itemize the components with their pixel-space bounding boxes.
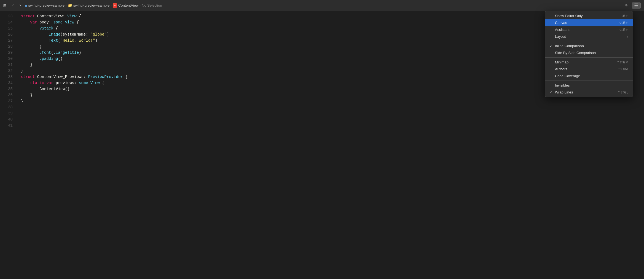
line-number: 36 xyxy=(0,92,13,98)
menu-item-inline-comparison[interactable]: ✓Inline Comparison xyxy=(545,42,633,49)
menu-label-show-editor-only: Show Editor Only xyxy=(555,14,583,18)
line-number: 28 xyxy=(0,44,13,50)
menu-item-code-coverage[interactable]: Code Coverage xyxy=(545,73,633,79)
grid-icon[interactable]: ⊞ xyxy=(3,2,6,9)
menu-item-wrap-lines[interactable]: ✓Wrap Lines⌃⇧⌘L xyxy=(545,89,633,96)
breadcrumb-file-name[interactable]: ContentView xyxy=(118,3,138,7)
menu-item-canvas[interactable]: Canvas⌥⌘↩ xyxy=(545,19,633,26)
breadcrumb: ■ swiftui-preview-sample › 📁 swiftui-pre… xyxy=(25,3,162,8)
menu-label-minimap: Minimap xyxy=(555,60,568,64)
line-number: 26 xyxy=(0,31,13,37)
check-mark-wrap-lines: ✓ xyxy=(549,90,553,94)
shortcut-wrap-lines: ⌃⇧⌘L xyxy=(618,90,628,94)
menu-label-side-by-side: Side By Side Comparison xyxy=(555,51,596,55)
line-number: 33 xyxy=(0,74,13,80)
editor-layout-button[interactable]: ☰ xyxy=(632,2,641,9)
line-number: 29 xyxy=(0,50,13,56)
menu-label-inline-comparison: Inline Comparison xyxy=(555,44,584,48)
shortcut-authors: ⌃⇧⌘A xyxy=(617,67,628,71)
menu-label-wrap-lines: Wrap Lines xyxy=(555,90,573,94)
menu-item-minimap[interactable]: Minimap⌃⇧⌘M xyxy=(545,59,633,66)
line-number: 40 xyxy=(0,116,13,122)
shortcut-assistant: ⌃⌥⌘↩ xyxy=(616,28,628,32)
menu-item-authors[interactable]: Authors⌃⇧⌘A xyxy=(545,66,633,73)
line-number: 39 xyxy=(0,110,13,116)
breadcrumb-sep-1: › xyxy=(66,4,67,7)
menu-item-layout[interactable]: Layout› xyxy=(545,33,633,40)
forward-button[interactable]: › xyxy=(18,2,23,9)
titlebar-right: ⎋ ☰ xyxy=(622,2,641,9)
menu-label-authors: Authors xyxy=(555,67,567,71)
line-number: 35 xyxy=(0,86,13,92)
breadcrumb-folder-name[interactable]: swiftui-preview-sample xyxy=(73,3,109,7)
shortcut-layout: › xyxy=(627,35,628,38)
swift-icon: S xyxy=(113,3,117,8)
titlebar: ⊞ ‹ › ■ swiftui-preview-sample › 📁 swift… xyxy=(0,0,644,11)
shortcut-show-editor-only: ⌘↩ xyxy=(622,14,628,18)
code-line: } xyxy=(21,98,644,104)
breadcrumb-project-name[interactable]: swiftui-preview-sample xyxy=(28,3,65,7)
line-number: 34 xyxy=(0,80,13,86)
line-number: 23 xyxy=(0,13,13,19)
line-number: 41 xyxy=(0,122,13,128)
back-button[interactable]: ‹ xyxy=(11,2,16,9)
menu-separator xyxy=(545,57,633,58)
share-button[interactable]: ⎋ xyxy=(622,2,630,9)
line-number: 37 xyxy=(0,98,13,104)
line-numbers: 23242526272829303132333435363738394041 xyxy=(0,11,17,279)
menu-separator xyxy=(545,41,633,41)
menu-label-invisibles: Invisibles xyxy=(555,83,570,87)
menu-label-assistant: Assistant xyxy=(555,28,570,32)
menu-item-assistant[interactable]: Assistant⌃⌥⌘↩ xyxy=(545,26,633,33)
breadcrumb-selection[interactable]: No Selection xyxy=(142,3,162,7)
shortcut-minimap: ⌃⇧⌘M xyxy=(617,60,628,64)
line-number: 24 xyxy=(0,19,13,25)
menu-label-canvas: Canvas xyxy=(555,21,567,25)
check-mark-inline-comparison: ✓ xyxy=(549,44,553,48)
menu-label-code-coverage: Code Coverage xyxy=(555,74,580,78)
titlebar-left: ⊞ ‹ › ■ swiftui-preview-sample › 📁 swift… xyxy=(3,2,162,9)
menu-item-side-by-side[interactable]: Side By Side Comparison xyxy=(545,49,633,56)
breadcrumb-sep-3: › xyxy=(139,4,141,7)
shortcut-canvas: ⌥⌘↩ xyxy=(618,21,628,25)
menu-separator xyxy=(545,81,633,81)
line-number: 27 xyxy=(0,37,13,44)
line-number: 25 xyxy=(0,25,13,31)
line-number: 32 xyxy=(0,68,13,74)
line-number: 30 xyxy=(0,56,13,62)
menu-item-show-editor-only[interactable]: Show Editor Only⌘↩ xyxy=(545,12,633,19)
line-number: 38 xyxy=(0,104,13,110)
menu-label-layout: Layout xyxy=(555,34,566,39)
menu-item-invisibles[interactable]: Invisibles xyxy=(545,82,633,89)
breadcrumb-folder-icon: 📁 xyxy=(68,3,72,7)
line-number: 31 xyxy=(0,62,13,68)
breadcrumb-project-icon: ■ xyxy=(25,3,27,8)
editor-options-menu: Show Editor Only⌘↩Canvas⌥⌘↩Assistant⌃⌥⌘↩… xyxy=(545,11,633,97)
breadcrumb-sep-2: › xyxy=(111,4,112,7)
